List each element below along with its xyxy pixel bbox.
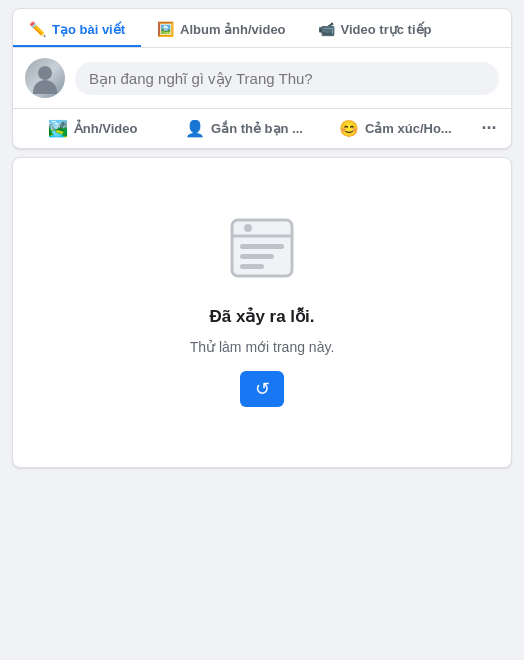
action-bar: 🏞️ Ảnh/Video 👤 Gắn thẻ bạn ... 😊 Cảm xúc… bbox=[13, 108, 511, 148]
tab-bar: ✏️ Tạo bài viết 🖼️ Album ảnh/video 📹 Vid… bbox=[13, 9, 511, 48]
photo-video-icon: 🏞️ bbox=[48, 119, 68, 138]
svg-rect-5 bbox=[240, 264, 264, 269]
error-card: Đã xảy ra lỗi. Thử làm mới trang này. ↺ bbox=[12, 157, 512, 468]
photo-video-label: Ảnh/Video bbox=[74, 121, 138, 136]
tab-create-post[interactable]: ✏️ Tạo bài viết bbox=[13, 13, 141, 47]
composer-input[interactable] bbox=[75, 62, 499, 95]
refresh-button[interactable]: ↺ bbox=[240, 371, 284, 407]
tab-live-video[interactable]: 📹 Video trực tiếp bbox=[302, 13, 448, 47]
tab-photo-album[interactable]: 🖼️ Album ảnh/video bbox=[141, 13, 302, 47]
error-title: Đã xảy ra lỗi. bbox=[209, 306, 314, 327]
tab-live-video-label: Video trực tiếp bbox=[341, 22, 432, 37]
composer-row bbox=[13, 48, 511, 108]
tab-create-post-label: Tạo bài viết bbox=[52, 22, 125, 37]
more-icon: ··· bbox=[481, 118, 496, 139]
error-subtitle: Thử làm mới trang này. bbox=[190, 339, 335, 355]
error-illustration bbox=[222, 208, 302, 288]
main-container: ✏️ Tạo bài viết 🖼️ Album ảnh/video 📹 Vid… bbox=[0, 0, 524, 476]
avatar-image bbox=[25, 58, 65, 98]
more-actions-button[interactable]: ··· bbox=[471, 113, 507, 144]
pencil-icon: ✏️ bbox=[29, 21, 46, 37]
post-creator-card: ✏️ Tạo bài viết 🖼️ Album ảnh/video 📹 Vid… bbox=[12, 8, 512, 149]
tag-friends-icon: 👤 bbox=[185, 119, 205, 138]
tab-photo-album-label: Album ảnh/video bbox=[180, 22, 286, 37]
feeling-button[interactable]: 😊 Cảm xúc/Ho... bbox=[320, 113, 471, 144]
svg-point-2 bbox=[244, 224, 252, 232]
avatar bbox=[25, 58, 65, 98]
refresh-icon: ↺ bbox=[255, 378, 270, 400]
svg-rect-4 bbox=[240, 254, 274, 259]
video-icon: 📹 bbox=[318, 21, 335, 37]
photo-album-icon: 🖼️ bbox=[157, 21, 174, 37]
tag-friends-button[interactable]: 👤 Gắn thẻ bạn ... bbox=[168, 113, 319, 144]
photo-video-button[interactable]: 🏞️ Ảnh/Video bbox=[17, 113, 168, 144]
feeling-label: Cảm xúc/Ho... bbox=[365, 121, 452, 136]
tag-friends-label: Gắn thẻ bạn ... bbox=[211, 121, 303, 136]
feeling-icon: 😊 bbox=[339, 119, 359, 138]
svg-rect-3 bbox=[240, 244, 284, 249]
